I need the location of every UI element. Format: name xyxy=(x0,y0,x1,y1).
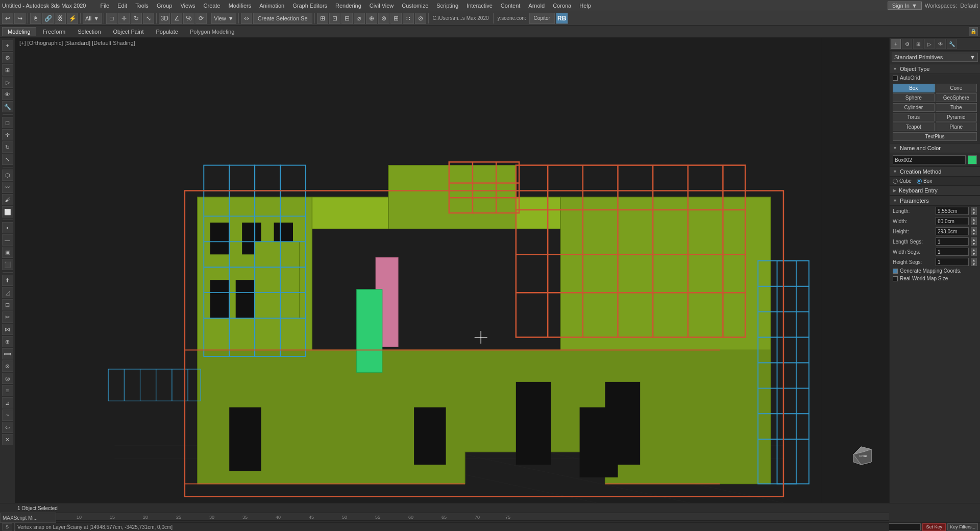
snap-indicator[interactable]: S xyxy=(2,523,12,530)
motion-panel-btn[interactable]: ▷ xyxy=(2,77,13,88)
inset-tool[interactable]: ⊟ xyxy=(2,299,13,310)
user-btn[interactable]: RB xyxy=(556,13,568,24)
cylinder-button[interactable]: Cylinder xyxy=(893,103,935,112)
cone-button[interactable]: Cone xyxy=(936,84,977,92)
menu-create[interactable]: Create xyxy=(200,0,225,11)
redo-button[interactable]: ↪ xyxy=(14,13,26,24)
width-segs-value[interactable]: 1 xyxy=(936,248,969,256)
maxscript-bar[interactable]: MAXScript Mi... xyxy=(0,513,56,523)
selection-tool[interactable]: ⬜ xyxy=(2,206,13,218)
menu-civil-view[interactable]: Civil View xyxy=(365,0,398,11)
length-value[interactable]: 9,553cm xyxy=(936,207,969,215)
scatter-button[interactable]: ∷ xyxy=(403,13,414,24)
length-down[interactable]: ▼ xyxy=(971,211,977,215)
width-segs-spinner[interactable]: ▲ ▼ xyxy=(971,248,977,256)
modify-panel-btn[interactable]: ⚙ xyxy=(2,52,13,63)
snap-angle-button[interactable]: ∠ xyxy=(171,13,182,24)
autogrid-checkbox[interactable] xyxy=(893,76,898,81)
display-panel-btn[interactable]: 👁 xyxy=(2,89,13,100)
menu-file[interactable]: File xyxy=(96,0,113,11)
select-obj-button[interactable]: □ xyxy=(106,13,117,24)
teapot-button[interactable]: Teapot xyxy=(893,123,935,131)
cube-radio[interactable]: Cube xyxy=(893,178,912,184)
length-up[interactable]: ▲ xyxy=(971,207,977,211)
paint-tool[interactable]: 🖌 xyxy=(2,194,13,205)
width-down[interactable]: ▼ xyxy=(971,221,977,225)
object-type-header[interactable]: ▼ Object Type xyxy=(890,64,980,74)
sphere-button[interactable]: Sphere xyxy=(893,93,935,102)
primitives-dropdown[interactable]: Standard Primitives ▼ xyxy=(892,53,978,62)
generate-mapping-row[interactable]: Generate Mapping Coords. xyxy=(890,267,980,275)
hierarchy-panel-icon[interactable]: ⊞ xyxy=(913,39,923,49)
move-button[interactable]: ✛ xyxy=(118,13,130,24)
menu-arnold[interactable]: Arnold xyxy=(524,0,549,11)
grid-button[interactable]: ⊡ xyxy=(329,13,340,24)
tab-populate[interactable]: Populate xyxy=(150,27,183,36)
width-spinner[interactable]: ▲ ▼ xyxy=(971,217,977,225)
mirror-button[interactable]: ⇔ xyxy=(241,13,252,24)
menu-interactive[interactable]: Interactive xyxy=(462,0,497,11)
face-tool[interactable]: ▣ xyxy=(2,247,13,258)
move-tool[interactable]: ✛ xyxy=(2,129,13,140)
lock-icon[interactable]: 🔒 xyxy=(969,27,978,36)
bevel-tool[interactable]: ◿ xyxy=(2,287,13,298)
real-world-map-row[interactable]: Real-World Map Size xyxy=(890,275,980,282)
select-button[interactable]: 🖱 xyxy=(30,13,41,24)
width-up[interactable]: ▲ xyxy=(971,217,977,221)
snap-spin-button[interactable]: ⟳ xyxy=(195,13,207,24)
flip-tool[interactable]: ⟺ xyxy=(2,348,13,359)
delete-tool[interactable]: ✕ xyxy=(2,434,13,445)
height-segs-value[interactable]: 1 xyxy=(936,258,969,266)
box-button[interactable]: Box xyxy=(893,84,935,92)
length-segs-up[interactable]: ▲ xyxy=(971,237,977,242)
motion-panel-icon[interactable]: ▷ xyxy=(924,39,935,49)
torus-button[interactable]: Torus xyxy=(893,113,935,122)
unlink-button[interactable]: ⛓ xyxy=(55,13,66,24)
name-color-header[interactable]: ▼ Name and Color xyxy=(890,143,980,153)
pyramid-button[interactable]: Pyramid xyxy=(936,113,977,122)
height-up[interactable]: ▲ xyxy=(971,227,977,231)
key-filters-btn[interactable]: Key Filters... xyxy=(947,523,978,530)
curve-button[interactable]: ⌀ xyxy=(354,13,365,24)
bind-button[interactable]: ⚡ xyxy=(67,13,78,24)
xref-button[interactable]: ⊞ xyxy=(390,13,402,24)
menu-group[interactable]: Group xyxy=(153,0,177,11)
vertex-tool[interactable]: • xyxy=(2,222,13,233)
menu-animation[interactable]: Animation xyxy=(255,0,288,11)
rotate-tool[interactable]: ↻ xyxy=(2,141,13,153)
tube-button[interactable]: Tube xyxy=(936,103,977,112)
tab-modeling[interactable]: Modeling xyxy=(2,27,36,36)
freeform-tool[interactable]: 〰 xyxy=(2,182,13,193)
menu-modifiers[interactable]: Modifiers xyxy=(225,0,256,11)
generate-mapping-checkbox[interactable] xyxy=(893,269,898,274)
scene-button[interactable]: Copitor xyxy=(529,13,555,24)
menu-corona[interactable]: Corona xyxy=(549,0,575,11)
parameters-header[interactable]: ▼ Parameters xyxy=(890,196,980,206)
length-segs-spinner[interactable]: ▲ ▼ xyxy=(971,237,977,246)
autogrid-row[interactable]: AutoGrid xyxy=(890,74,980,82)
snap-pct-button[interactable]: % xyxy=(183,13,194,24)
edge-tool[interactable]: — xyxy=(2,234,13,246)
menu-help[interactable]: Help xyxy=(575,0,595,11)
menu-views[interactable]: Views xyxy=(176,0,199,11)
menu-customize[interactable]: Customize xyxy=(398,0,432,11)
align-button[interactable]: ⊞ xyxy=(317,13,328,24)
tab-freeform[interactable]: Freeform xyxy=(37,27,71,36)
height-value[interactable]: 293,0cm xyxy=(936,227,969,235)
scale-tool[interactable]: ⤡ xyxy=(2,154,13,165)
cut-tool[interactable]: ✂ xyxy=(2,311,13,323)
create-selection-button[interactable]: Create Selection Se xyxy=(253,13,312,24)
navigation-cube[interactable]: Front xyxy=(843,437,879,472)
target-tool[interactable]: ◎ xyxy=(2,373,13,384)
connect-tool[interactable]: ⊕ xyxy=(2,336,13,347)
menu-scripting[interactable]: Scripting xyxy=(432,0,462,11)
display-panel-icon[interactable]: 👁 xyxy=(936,39,946,49)
sign-in-button[interactable]: Sign In ▼ xyxy=(888,2,922,10)
length-segs-value[interactable]: 1 xyxy=(936,237,969,246)
creation-method-header[interactable]: ▼ Creation Method xyxy=(890,166,980,177)
height-down[interactable]: ▼ xyxy=(971,231,977,235)
hierarchy-panel-btn[interactable]: ⊞ xyxy=(2,64,13,76)
name-input[interactable] xyxy=(893,155,966,164)
menu-graph-editors[interactable]: Graph Editors xyxy=(288,0,331,11)
snap-button[interactable]: ⊘ xyxy=(415,13,426,24)
